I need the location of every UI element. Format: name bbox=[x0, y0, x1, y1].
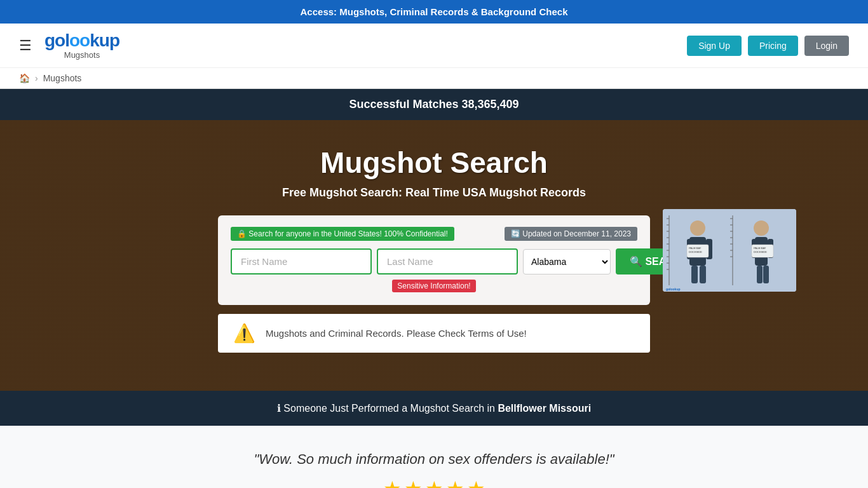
star-3: ★ bbox=[425, 477, 444, 488]
svg-point-25 bbox=[754, 220, 769, 236]
info-prefix: ℹ Someone Just Performed a Mugshot Searc… bbox=[277, 403, 495, 414]
svg-text:DOCKSIDE: DOCKSIDE bbox=[754, 250, 767, 254]
home-icon: 🏠 bbox=[19, 73, 30, 83]
star-1: ★ bbox=[383, 477, 402, 488]
svg-rect-0 bbox=[663, 209, 796, 292]
star-5: ★ bbox=[467, 477, 485, 488]
svg-text:DOCKSIDE: DOCKSIDE bbox=[689, 250, 702, 254]
signup-button[interactable]: Sign Up bbox=[687, 36, 742, 56]
breadcrumb-current: Mugshots bbox=[43, 73, 82, 83]
star-2: ★ bbox=[404, 477, 423, 488]
search-area: 🔒 Search for anyone in the United States… bbox=[218, 215, 650, 353]
top-banner: Access: Mugshots, Criminal Records & Bac… bbox=[0, 0, 868, 24]
state-select[interactable]: Alabama Alaska Arizona Arkansas Californ… bbox=[523, 249, 611, 274]
svg-text:golookup: golookup bbox=[666, 287, 681, 291]
header-right: Sign Up Pricing Login bbox=[687, 36, 849, 56]
breadcrumb-separator: › bbox=[35, 73, 38, 83]
header-left: ☰ golookup Mugshots bbox=[19, 31, 119, 60]
last-name-input[interactable] bbox=[377, 248, 518, 274]
hero-section: Mugshot Search Free Mugshot Search: Real… bbox=[0, 120, 868, 391]
search-card-header: 🔒 Search for anyone in the United States… bbox=[231, 227, 637, 241]
logo-brand: golookup bbox=[44, 31, 119, 51]
warning-icon: ⚠️ bbox=[233, 323, 255, 344]
svg-rect-24 bbox=[700, 266, 706, 283]
breadcrumb-home-link[interactable]: 🏠 bbox=[19, 73, 30, 83]
svg-rect-23 bbox=[691, 266, 698, 283]
pricing-button[interactable]: Pricing bbox=[748, 36, 798, 56]
search-inputs: Alabama Alaska Arizona Arkansas Californ… bbox=[231, 248, 637, 274]
search-card: 🔒 Search for anyone in the United States… bbox=[218, 215, 650, 305]
star-4: ★ bbox=[446, 477, 465, 488]
header: ☰ golookup Mugshots Sign Up Pricing Logi… bbox=[0, 24, 868, 68]
info-bar: ℹ Someone Just Performed a Mugshot Searc… bbox=[0, 391, 868, 426]
svg-rect-29 bbox=[757, 266, 763, 283]
breadcrumb: 🏠 › Mugshots bbox=[0, 68, 868, 89]
stars-container: ★ ★ ★ ★ ★ bbox=[13, 477, 855, 488]
svg-text:PALM BAY: PALM BAY bbox=[754, 247, 766, 250]
updated-badge: 🔄 Updated on December 11, 2023 bbox=[505, 227, 637, 241]
warning-text: Mugshots and Criminal Records. Please Ch… bbox=[266, 328, 527, 339]
warning-bar: ⚠️ Mugshots and Criminal Records. Please… bbox=[218, 314, 650, 353]
login-button[interactable]: Login bbox=[804, 36, 849, 56]
top-banner-text: Access: Mugshots, Criminal Records & Bac… bbox=[301, 6, 568, 17]
svg-rect-30 bbox=[763, 266, 769, 283]
info-location: Bellflower Missouri bbox=[498, 403, 591, 414]
logo-subtext: Mugshots bbox=[44, 51, 119, 60]
first-name-input[interactable] bbox=[231, 248, 372, 274]
hero-subtitle: Free Mugshot Search: Real Time USA Mugsh… bbox=[282, 186, 586, 200]
mugshot-preview-image: PALM BAY DOCKSIDE PALM BAY DOCKSIDE golo… bbox=[663, 209, 796, 292]
testimonial-text: "Wow. So much information on sex offende… bbox=[13, 451, 855, 468]
logo[interactable]: golookup Mugshots bbox=[44, 31, 119, 60]
testimonial-section: "Wow. So much information on sex offende… bbox=[0, 426, 868, 488]
confidential-badge: 🔒 Search for anyone in the United States… bbox=[231, 227, 454, 241]
stats-bar: Successful Matches 38,365,409 bbox=[0, 89, 868, 120]
sensitive-badge: Sensitive Information! bbox=[392, 280, 475, 292]
hero-title: Mugshot Search bbox=[320, 146, 548, 180]
svg-text:PALM BAY: PALM BAY bbox=[689, 247, 702, 250]
svg-point-19 bbox=[690, 220, 705, 236]
hamburger-menu-icon[interactable]: ☰ bbox=[19, 37, 32, 54]
